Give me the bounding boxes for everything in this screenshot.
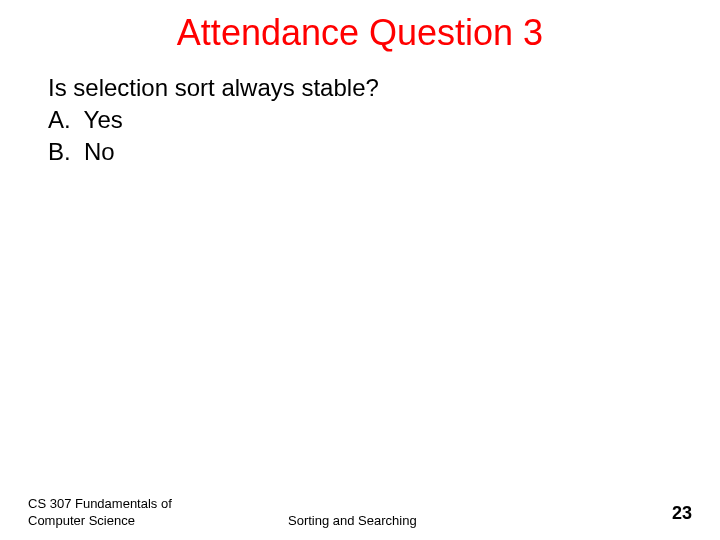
footer-course-line2: Computer Science — [28, 513, 228, 530]
question-text: Is selection sort always stable? — [48, 74, 672, 102]
option-b: B. No — [48, 138, 672, 166]
page-number: 23 — [672, 503, 692, 530]
option-b-text: No — [84, 138, 115, 165]
option-b-label: B. — [48, 138, 71, 165]
footer-topic: Sorting and Searching — [228, 513, 672, 530]
slide-content: Is selection sort always stable? A. Yes … — [0, 74, 720, 166]
option-a-text: Yes — [84, 106, 123, 133]
option-a: A. Yes — [48, 106, 672, 134]
footer-course: CS 307 Fundamentals of Computer Science — [28, 496, 228, 530]
footer-course-line1: CS 307 Fundamentals of — [28, 496, 228, 513]
slide-title: Attendance Question 3 — [0, 0, 720, 74]
option-a-label: A. — [48, 106, 71, 133]
slide-footer: CS 307 Fundamentals of Computer Science … — [0, 496, 720, 530]
